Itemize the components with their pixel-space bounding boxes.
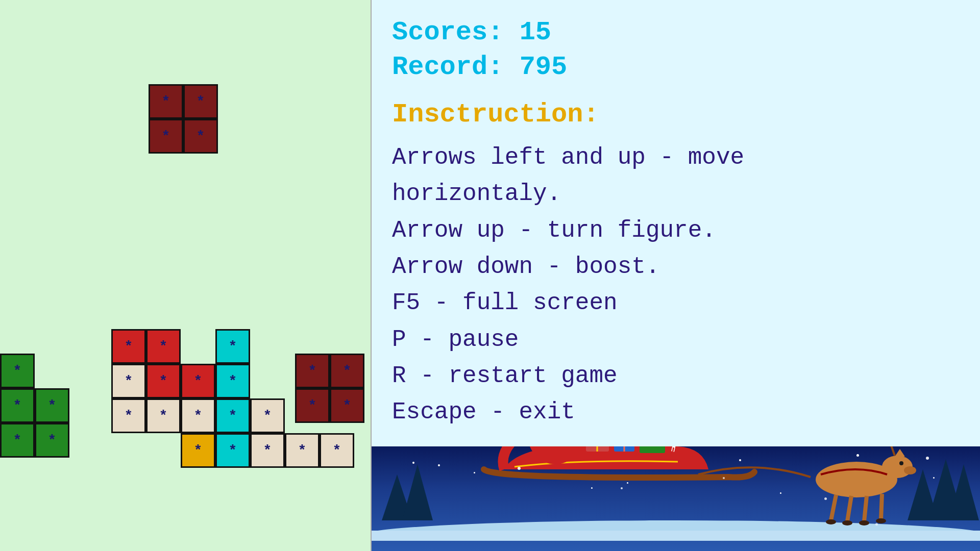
block: * xyxy=(183,119,218,154)
record-display: Record: 795 xyxy=(392,50,960,85)
svg-point-21 xyxy=(826,519,836,524)
block: * xyxy=(183,84,218,119)
info-panel: Scores: 15 Record: 795 Insctruction: Arr… xyxy=(372,0,980,551)
svg-point-12 xyxy=(899,461,903,465)
block: * xyxy=(146,398,181,433)
block: * xyxy=(111,329,146,364)
instruction-body: Arrows left and up - move horizontaly. A… xyxy=(392,140,960,431)
snowflake xyxy=(723,477,725,479)
score-display: Scores: 15 xyxy=(392,15,960,50)
svg-point-11 xyxy=(904,466,916,474)
svg-line-20 xyxy=(881,494,882,519)
block: * xyxy=(0,354,35,388)
block: * xyxy=(146,329,181,364)
block: * xyxy=(181,364,215,398)
svg-point-23 xyxy=(859,520,869,525)
snowflake xyxy=(824,497,827,500)
block: * xyxy=(285,433,320,468)
svg-line-17 xyxy=(831,495,836,520)
snowflake xyxy=(875,523,878,525)
block: * xyxy=(35,388,69,423)
block: * xyxy=(111,364,146,398)
santa-scene-container xyxy=(372,446,980,551)
santa-scene xyxy=(372,446,980,551)
block: * xyxy=(320,433,354,468)
block: * xyxy=(250,433,285,468)
snowflake xyxy=(621,487,623,489)
block: * xyxy=(149,119,183,154)
block: * xyxy=(181,398,215,433)
block: * xyxy=(0,423,35,458)
block: * xyxy=(215,433,250,468)
santa-illustration xyxy=(372,446,980,541)
svg-rect-6 xyxy=(372,531,980,541)
snowflake xyxy=(518,467,521,470)
snowflake xyxy=(926,457,929,460)
block: * xyxy=(250,398,285,433)
block: * xyxy=(111,398,146,433)
svg-rect-42 xyxy=(640,446,665,453)
block: * xyxy=(295,354,330,388)
block: * xyxy=(181,433,215,468)
block: * xyxy=(149,84,183,119)
block: * xyxy=(146,364,181,398)
block: * xyxy=(330,388,364,423)
block: * xyxy=(215,398,250,433)
info-top: Scores: 15 Record: 795 Insctruction: Arr… xyxy=(372,0,980,446)
svg-line-18 xyxy=(847,496,851,521)
block: * xyxy=(35,423,69,458)
block: * xyxy=(215,329,250,364)
block: * xyxy=(0,388,35,423)
svg-line-14 xyxy=(890,446,895,456)
game-board: * * * * * * * * * * * * * * * * * * * * … xyxy=(0,0,372,551)
instruction-title: Insctruction: xyxy=(392,99,960,130)
block: * xyxy=(330,354,364,388)
svg-point-22 xyxy=(842,520,852,525)
svg-marker-4 xyxy=(402,464,433,520)
block: * xyxy=(295,388,330,423)
svg-line-19 xyxy=(864,496,867,521)
block: * xyxy=(215,364,250,398)
svg-marker-13 xyxy=(895,449,905,457)
